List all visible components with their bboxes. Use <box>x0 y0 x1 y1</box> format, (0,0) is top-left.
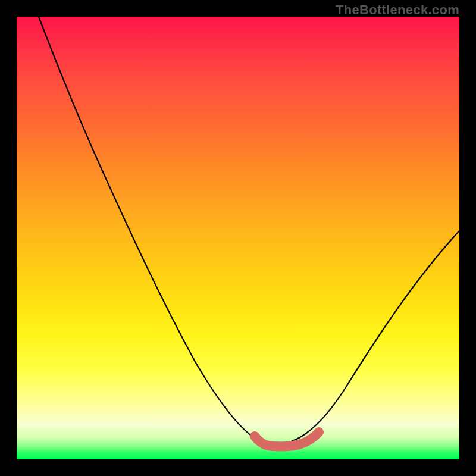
chart-frame: TheBottleneck.com <box>0 0 476 476</box>
bottom-segment <box>255 432 319 446</box>
main-curve <box>39 17 459 445</box>
plot-area <box>17 17 459 459</box>
curve-layer <box>17 17 459 459</box>
watermark-text: TheBottleneck.com <box>336 2 459 18</box>
